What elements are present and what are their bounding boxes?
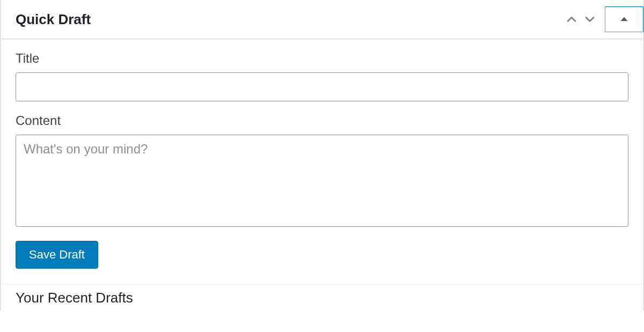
panel-body: Title Content Save Draft [1, 39, 643, 284]
content-label: Content [16, 113, 628, 128]
move-arrows-group [564, 6, 605, 32]
move-down-icon[interactable] [582, 12, 597, 27]
title-label: Title [16, 51, 628, 66]
save-draft-button[interactable]: Save Draft [16, 241, 98, 269]
content-group: Content [16, 113, 628, 229]
title-group: Title [16, 51, 628, 101]
title-input[interactable] [16, 72, 628, 101]
content-textarea[interactable] [16, 135, 628, 227]
panel-controls [564, 6, 643, 32]
recent-drafts-section: Your Recent Drafts [1, 284, 643, 311]
panel-header: Quick Draft [1, 0, 643, 39]
move-up-icon[interactable] [564, 12, 579, 27]
recent-drafts-heading: Your Recent Drafts [16, 290, 628, 306]
toggle-panel-button[interactable] [605, 6, 643, 32]
panel-title: Quick Draft [16, 11, 91, 28]
quick-draft-panel: Quick Draft Title Content Save Draft [0, 0, 644, 311]
